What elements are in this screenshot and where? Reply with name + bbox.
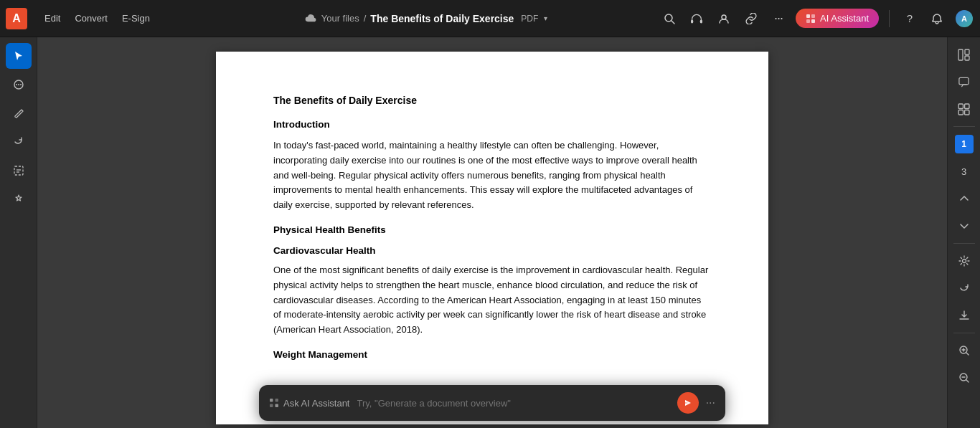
- right-panel-view-icon[interactable]: [951, 42, 977, 67]
- svg-rect-25: [965, 104, 969, 108]
- right-panel-zoom-in-icon[interactable]: [951, 338, 977, 363]
- right-panel-refresh-icon[interactable]: [951, 275, 977, 301]
- file-chevron-icon[interactable]: ▾: [544, 14, 547, 22]
- breadcrumb-separator: /: [364, 13, 367, 24]
- svg-rect-26: [958, 110, 963, 114]
- svg-rect-16: [270, 399, 273, 402]
- toolbar-right: ··· AI Assistant ? A: [659, 9, 974, 29]
- menu-item-convert[interactable]: Convert: [69, 10, 113, 27]
- right-panel-comment-icon[interactable]: [951, 69, 977, 95]
- your-files-label[interactable]: Your files: [321, 13, 359, 24]
- svg-rect-6: [811, 14, 815, 18]
- svg-line-34: [966, 380, 969, 382]
- more-button[interactable]: ···: [768, 9, 788, 29]
- toolbar-divider: [889, 10, 890, 27]
- page-number-total[interactable]: 3: [951, 158, 977, 184]
- svg-rect-3: [700, 19, 702, 23]
- sidebar-select-text-tool[interactable]: [6, 158, 32, 184]
- sidebar-rotate-tool[interactable]: [6, 129, 32, 155]
- page-num-badge: 1: [955, 135, 974, 153]
- svg-rect-21: [965, 49, 969, 54]
- svg-point-4: [722, 15, 726, 19]
- toolbar-menu: Edit Convert E-Sign: [39, 10, 156, 27]
- user-avatar[interactable]: A: [954, 9, 974, 29]
- page-total-label: 3: [961, 166, 966, 177]
- svg-rect-27: [965, 110, 969, 114]
- page-number-current[interactable]: 1: [951, 131, 977, 157]
- toolbar-center: Your files / The Benefits of Daily Exerc…: [192, 13, 659, 24]
- ai-assistant-button[interactable]: AI Assistant: [796, 9, 879, 28]
- doc-para-intro: In today's fast-paced world, maintaining…: [273, 138, 711, 213]
- sidebar-cursor-tool[interactable]: [6, 43, 32, 69]
- doc-heading-intro: Introduction: [273, 119, 711, 130]
- pdf-page: The Benefits of Daily Exercise Introduct…: [216, 52, 768, 424]
- right-panel: 1 3: [947, 37, 980, 428]
- pdf-badge: PDF: [521, 14, 538, 24]
- menu-item-edit[interactable]: Edit: [39, 10, 66, 27]
- page-up-button[interactable]: [951, 186, 977, 211]
- ai-chat-label: Ask AI Assistant: [269, 398, 350, 409]
- right-panel-zoom-out-icon[interactable]: [951, 365, 977, 391]
- ai-button-label: AI Assistant: [820, 13, 869, 24]
- svg-rect-23: [959, 77, 969, 84]
- svg-rect-17: [275, 399, 279, 402]
- sidebar-ai-tool[interactable]: [6, 186, 32, 212]
- sidebar-comment-tool[interactable]: [6, 72, 32, 98]
- menu-item-esign[interactable]: E-Sign: [116, 10, 156, 27]
- pdf-container[interactable]: The Benefits of Daily Exercise Introduct…: [37, 37, 947, 428]
- acrobat-logo[interactable]: A: [6, 8, 27, 29]
- ai-chat-icon: [269, 398, 279, 408]
- page-down-button[interactable]: [951, 213, 977, 239]
- right-panel-divider-2: [953, 243, 975, 244]
- right-panel-download-icon[interactable]: [951, 303, 977, 328]
- svg-rect-18: [270, 404, 273, 408]
- ai-chat-input[interactable]: [357, 398, 670, 409]
- right-panel-grid-icon[interactable]: [951, 96, 977, 122]
- headphones-button[interactable]: [687, 9, 707, 29]
- cloud-file-location: Your files: [304, 13, 359, 24]
- right-panel-divider: [953, 126, 975, 127]
- notifications-button[interactable]: [927, 9, 947, 29]
- svg-rect-19: [275, 404, 279, 408]
- ai-chat-send-button[interactable]: [677, 392, 699, 414]
- doc-para-cardio: One of the most significant benefits of …: [273, 263, 711, 338]
- right-panel-settings-icon[interactable]: [951, 248, 977, 274]
- ai-chat-more-button[interactable]: ···: [706, 396, 715, 409]
- doc-subheading-weight: Weight Management: [273, 349, 711, 360]
- ai-chat-bar: Ask AI Assistant ···: [259, 385, 725, 421]
- svg-point-10: [16, 84, 17, 85]
- doc-title: The Benefits of Daily Exercise: [273, 95, 711, 106]
- help-button[interactable]: ?: [900, 9, 920, 29]
- svg-point-12: [20, 84, 22, 85]
- svg-line-30: [966, 353, 969, 355]
- svg-rect-5: [806, 14, 810, 18]
- file-title: The Benefits of Daily Exercise: [370, 13, 514, 24]
- left-sidebar: [0, 37, 37, 428]
- svg-rect-13: [14, 166, 23, 175]
- svg-rect-8: [811, 19, 815, 23]
- doc-heading-physical: Physical Health Benefits: [273, 224, 711, 235]
- svg-rect-20: [958, 49, 963, 60]
- svg-rect-2: [691, 19, 693, 23]
- ai-chat-label-text: Ask AI Assistant: [283, 398, 350, 409]
- top-toolbar: A Edit Convert E-Sign Your files / The B…: [0, 0, 980, 37]
- sidebar-edit-tool[interactable]: [6, 100, 32, 126]
- doc-subheading-cardio: Cardiovascular Health: [273, 245, 711, 256]
- cloud-icon: [304, 14, 319, 24]
- right-panel-divider-3: [953, 333, 975, 333]
- main-area: The Benefits of Daily Exercise Introduct…: [0, 37, 980, 428]
- link-button[interactable]: [741, 9, 761, 29]
- svg-point-11: [18, 84, 19, 85]
- profile-button[interactable]: [714, 9, 734, 29]
- svg-rect-7: [806, 19, 810, 23]
- svg-line-1: [672, 21, 674, 24]
- svg-rect-24: [958, 104, 963, 108]
- toolbar-left: A Edit Convert E-Sign: [6, 8, 192, 29]
- svg-rect-22: [965, 56, 969, 60]
- search-button[interactable]: [659, 9, 679, 29]
- svg-point-28: [962, 260, 966, 263]
